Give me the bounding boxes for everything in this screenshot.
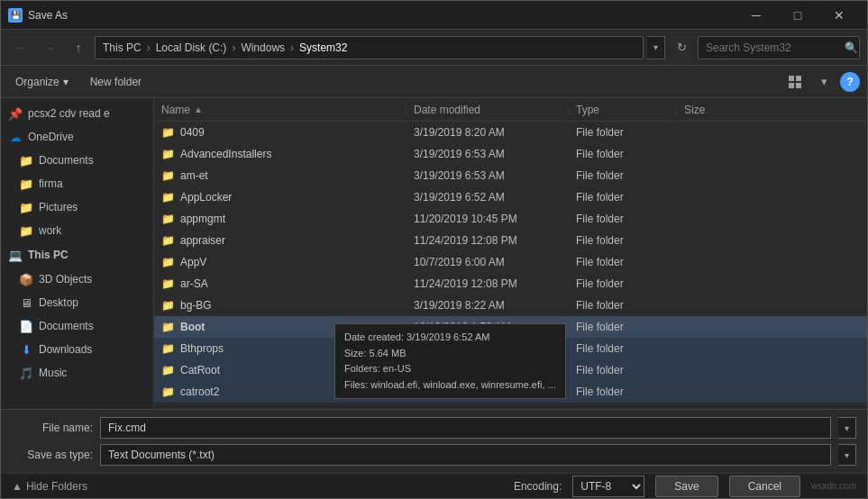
sort-arrow-icon: ▲	[194, 104, 203, 114]
search-box[interactable]: 🔍	[698, 36, 860, 59]
filename-dropdown-button[interactable]: ▾	[838, 417, 856, 439]
folder-icon: 📁	[161, 148, 175, 160]
table-row[interactable]: 📁appmgmt 11/20/2019 10:45 PM File folder	[154, 208, 867, 230]
save-button[interactable]: Save	[655, 476, 717, 497]
sidebar-item-documents1[interactable]: 📁 Documents	[1, 149, 153, 172]
file-name: 📁appmgmt	[154, 213, 407, 225]
file-date: 3/19/2019 6:53 AM	[407, 342, 569, 355]
sidebar-work-label: work	[39, 224, 61, 237]
col-header-name[interactable]: Name ▲	[154, 104, 407, 116]
sidebar-item-pinned[interactable]: 📌 pcsx2 cdv read e	[1, 102, 153, 125]
sidebar-item-desktop[interactable]: 🖥 Desktop	[1, 291, 153, 314]
footer-bar: ▲ Hide Folders Encoding: UTF-8 ANSI Unic…	[1, 473, 867, 498]
organize-button[interactable]: Organize ▾	[8, 70, 76, 94]
file-type: File folder	[569, 364, 677, 377]
sidebar-item-work[interactable]: 📁 work	[1, 219, 153, 242]
table-row[interactable]: 📁CatRoot 1/7/2020 8:39 AM File folder	[154, 359, 867, 381]
encoding-select[interactable]: UTF-8 ANSI Unicode	[572, 476, 644, 497]
file-date: 11/24/2019 12:08 PM	[407, 277, 569, 290]
table-row[interactable]: 📁catroot2 File folder	[154, 381, 867, 403]
file-date: 3/19/2019 6:52 AM	[407, 191, 569, 204]
table-row[interactable]: 📁0409 3/19/2019 8:20 AM File folder	[154, 122, 867, 143]
refresh-button[interactable]: ↻	[669, 36, 694, 59]
table-row-boot[interactable]: 📁Boot 12/13/2019 1:56 AM File folder Dat…	[154, 316, 867, 338]
file-name: 📁Bthprops	[154, 342, 407, 355]
close-button[interactable]: ✕	[818, 1, 860, 30]
table-row[interactable]: 📁Bthprops 3/19/2019 6:53 AM File folder	[154, 338, 867, 359]
toolbar: Organize ▾ New folder ▾ ?	[1, 66, 867, 98]
table-row[interactable]: 📁AppLocker 3/19/2019 6:52 AM File folder	[154, 186, 867, 208]
file-name: 📁AdvancedInstallers	[154, 148, 407, 160]
table-row[interactable]: 📁AdvancedInstallers 3/19/2019 6:53 AM Fi…	[154, 143, 867, 165]
search-input[interactable]	[706, 41, 841, 54]
music-icon: 🎵	[19, 366, 33, 380]
address-path[interactable]: This PC › Local Disk (C:) › Windows › Sy…	[95, 36, 644, 59]
col-header-size[interactable]: Size	[677, 104, 749, 116]
col-header-date[interactable]: Date modified	[407, 104, 569, 116]
path-item-system32: System32	[299, 41, 347, 54]
3dobjects-icon: 📦	[19, 272, 33, 286]
filename-input[interactable]	[100, 417, 831, 439]
file-list-header: Name ▲ Date modified Type Size	[154, 98, 867, 122]
file-date: 3/19/2019 6:53 AM	[407, 148, 569, 160]
new-folder-button[interactable]: New folder	[83, 70, 149, 94]
file-name: 📁ar-SA	[154, 277, 407, 290]
file-area: Name ▲ Date modified Type Size 📁0409 3/1…	[154, 98, 867, 409]
file-name: 📁am-et	[154, 169, 407, 182]
help-button[interactable]: ?	[840, 72, 860, 92]
save-as-dialog: 💾 Save As ─ □ ✕ ← → ↑ This PC › Local Di…	[0, 0, 868, 499]
folder-icon: 📁	[19, 153, 33, 168]
folder-icon: 📌	[8, 106, 23, 121]
path-dropdown-button[interactable]: ▾	[647, 36, 665, 59]
dialog-title: Save As	[28, 9, 736, 22]
path-item-localdisk: Local Disk (C:)	[156, 41, 227, 54]
documents-icon: 📄	[19, 319, 33, 333]
sidebar-pictures-label: Pictures	[39, 201, 78, 213]
table-row[interactable]: 📁ar-SA 11/24/2019 12:08 PM File folder	[154, 273, 867, 295]
file-type: File folder	[569, 191, 677, 204]
downloads-label: Downloads	[39, 343, 92, 356]
col-header-type[interactable]: Type	[569, 104, 677, 116]
forward-button[interactable]: →	[37, 35, 62, 60]
file-name: 📁AppV	[154, 256, 407, 268]
file-date: 3/19/2019 6:53 AM	[407, 169, 569, 182]
sidebar-item-3dobjects[interactable]: 📦 3D Objects	[1, 268, 153, 291]
music-label: Music	[39, 367, 67, 379]
watermark: wsxdn.com	[811, 481, 856, 491]
hide-folders-button[interactable]: ▲ Hide Folders	[12, 480, 87, 493]
table-row[interactable]: 📁AppV 10/7/2019 6:00 AM File folder	[154, 251, 867, 273]
savetype-input[interactable]	[100, 444, 831, 466]
cancel-button[interactable]: Cancel	[729, 476, 800, 497]
main-area: 📌 pcsx2 cdv read e ☁ OneDrive 📁 Document…	[1, 98, 867, 409]
back-button[interactable]: ←	[8, 35, 33, 60]
up-button[interactable]: ↑	[66, 35, 91, 60]
folder-icon: 📁	[161, 342, 175, 355]
maximize-button[interactable]: □	[777, 1, 818, 30]
organize-label: Organize	[15, 76, 59, 88]
sidebar-item-documents2[interactable]: 📄 Documents	[1, 314, 153, 338]
address-bar: ← → ↑ This PC › Local Disk (C:) › Window…	[1, 30, 867, 66]
view-dropdown-button[interactable]: ▾	[811, 70, 836, 94]
table-row[interactable]: 📁bg-BG 3/19/2019 8:22 AM File folder	[154, 295, 867, 316]
file-name: 📁0409	[154, 126, 407, 139]
sidebar-item-pictures[interactable]: 📁 Pictures	[1, 195, 153, 219]
table-row[interactable]: 📁am-et 3/19/2019 6:53 AM File folder	[154, 165, 867, 186]
sidebar-item-music[interactable]: 🎵 Music	[1, 361, 153, 385]
sidebar: 📌 pcsx2 cdv read e ☁ OneDrive 📁 Document…	[1, 98, 154, 409]
savetype-dropdown-button[interactable]: ▾	[838, 444, 856, 466]
folder-icon: 📁	[161, 213, 175, 225]
minimize-button[interactable]: ─	[736, 1, 777, 30]
folder-icon: 📁	[161, 386, 175, 398]
file-type: File folder	[569, 213, 677, 225]
table-row[interactable]: 📁appraiser 11/24/2019 12:08 PM File fold…	[154, 230, 867, 251]
sidebar-thispc-header[interactable]: 💻 This PC	[1, 242, 153, 268]
sidebar-item-firma[interactable]: 📁 firma	[1, 172, 153, 195]
sidebar-item-downloads[interactable]: ⬇ Downloads	[1, 338, 153, 361]
file-type: File folder	[569, 234, 677, 247]
view-toggle-button[interactable]	[782, 70, 808, 94]
thispc-icon: 💻	[8, 248, 23, 262]
desktop-label: Desktop	[39, 296, 78, 309]
sidebar-item-onedrive[interactable]: ☁ OneDrive	[1, 125, 153, 149]
onedrive-icon: ☁	[8, 130, 23, 144]
sidebar-onedrive-label: OneDrive	[28, 131, 74, 143]
